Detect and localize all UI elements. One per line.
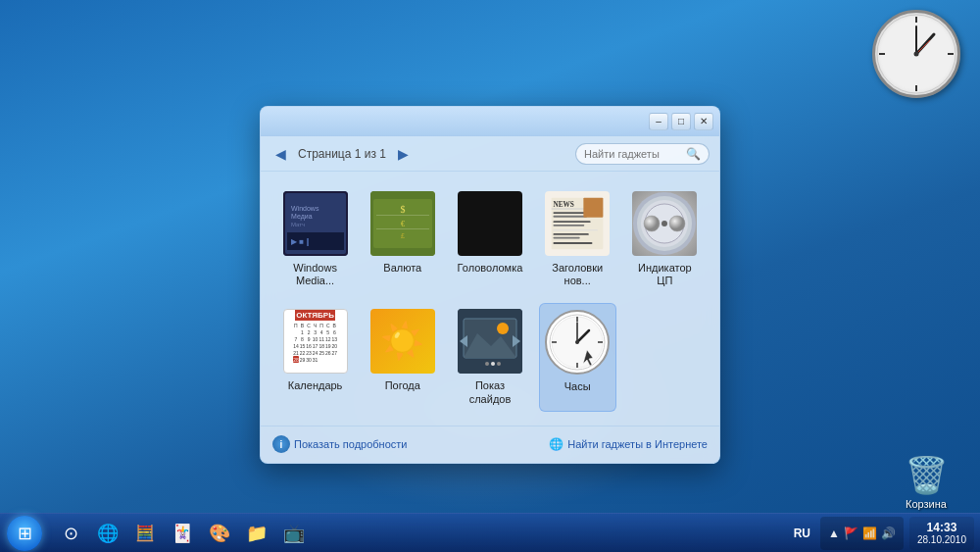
online-link-icon: 🌐 — [549, 437, 564, 451]
svg-point-8 — [914, 52, 919, 57]
gadget-label-cpu: Индикатор ЦП — [630, 262, 700, 287]
calendar-body: ПВС ЧПСВ 12 3456 789 10111213 141516 171… — [292, 321, 339, 373]
gadget-label-clock: Часы — [564, 380, 591, 393]
gadget-clock[interactable]: Часы — [539, 303, 616, 411]
taskbar-icon-1: 🌐 — [97, 523, 119, 544]
analog-clock-widget — [872, 10, 960, 98]
tray-volume-icon[interactable]: 🔊 — [881, 527, 896, 540]
taskbar-item-6[interactable]: 📺 — [276, 517, 312, 550]
svg-point-41 — [669, 216, 685, 231]
gadgets-grid: Windows Медиа Матч ▶ ■ ‖ Windows Media..… — [261, 172, 719, 426]
taskbar-item-4[interactable]: 🎨 — [202, 517, 237, 550]
taskbar-items: ⊙ 🌐 🧮 🃏 🎨 📁 📺 — [49, 514, 790, 552]
svg-rect-31 — [584, 198, 604, 218]
online-link[interactable]: 🌐 Найти гаджеты в Интернете — [549, 437, 708, 451]
svg-rect-32 — [554, 229, 598, 230]
search-box: 🔍 — [575, 143, 710, 165]
taskbar: ⊙ 🌐 🧮 🃏 🎨 📁 📺 RU ▲ 🚩 📶 🔊 14:33 — [0, 513, 980, 552]
gadget-thumb-weather: ☀️ — [370, 309, 435, 374]
show-details-button[interactable]: i Показать подробности — [272, 435, 407, 453]
svg-rect-34 — [554, 237, 580, 239]
svg-rect-29 — [554, 221, 591, 223]
svg-text:▶ ■ ‖: ▶ ■ ‖ — [291, 237, 310, 246]
gadget-thumb-headlines: NEWS — [545, 191, 610, 256]
minimize-button[interactable]: – — [649, 113, 668, 130]
taskbar-item-3[interactable]: 🃏 — [165, 517, 200, 550]
gadget-label-weather: Погода — [385, 379, 420, 392]
taskbar-icon-6: 📺 — [283, 523, 305, 544]
svg-text:Медиа: Медиа — [291, 213, 313, 221]
gadget-puzzle[interactable]: Головоломка — [451, 185, 528, 293]
gadget-thumb-media: Windows Медиа Матч ▶ ■ ‖ — [283, 191, 348, 256]
start-button[interactable] — [0, 514, 49, 553]
tray-network-icon[interactable]: 📶 — [862, 527, 877, 540]
window-controls: – □ ✕ — [649, 113, 713, 130]
search-input[interactable] — [584, 148, 682, 160]
taskbar-icon-5: 📁 — [246, 523, 268, 544]
search-icon[interactable]: 🔍 — [686, 147, 701, 161]
gadget-calendar[interactable]: ОКТЯБРЬ ПВС ЧПСВ 12 3456 789 10111213 14… — [276, 303, 354, 411]
clock-display[interactable]: 14:33 28.10.2010 — [909, 517, 974, 550]
svg-line-7 — [916, 40, 930, 54]
gadget-label-currency: Валюта — [383, 262, 421, 275]
taskbar-item-0[interactable]: ⊙ — [53, 517, 88, 550]
gadget-thumb-cpu — [632, 191, 697, 256]
gadget-weather[interactable]: ☀️ Погода — [364, 303, 441, 411]
maximize-button[interactable]: □ — [671, 113, 691, 130]
svg-point-47 — [497, 323, 509, 334]
svg-rect-28 — [554, 216, 588, 218]
taskbar-icon-0: ⊙ — [64, 523, 78, 544]
gadget-thumb-slideshow — [458, 309, 522, 374]
taskbar-icon-2: 🧮 — [135, 524, 155, 542]
nav-prev-button[interactable]: ◀ — [270, 144, 290, 164]
gadget-thumb-puzzle — [458, 191, 522, 256]
clock-face — [872, 10, 960, 98]
online-link-label: Найти гаджеты в Интернете — [567, 438, 708, 450]
svg-rect-21 — [376, 215, 429, 216]
taskbar-item-2[interactable]: 🧮 — [127, 517, 163, 550]
window-titlebar: – □ ✕ — [261, 107, 719, 136]
gadget-thumb-currency: $ € £ — [370, 191, 435, 256]
clock-date: 28.10.2010 — [917, 534, 966, 545]
recycle-bin-icon[interactable]: 🗑️ Корзина — [892, 451, 960, 514]
gadget-media[interactable]: Windows Медиа Матч ▶ ■ ‖ Windows Media..… — [276, 185, 354, 293]
nav-next-button[interactable]: ▶ — [394, 144, 414, 164]
gadget-label-calendar: Календарь — [288, 379, 343, 392]
gadget-thumb-clock — [545, 310, 610, 375]
taskbar-icon-3: 🃏 — [172, 523, 193, 544]
recycle-bin-image: 🗑️ — [905, 455, 949, 496]
window-footer: i Показать подробности 🌐 Найти гаджеты в… — [261, 426, 719, 463]
svg-rect-22 — [376, 228, 429, 229]
gadget-label-puzzle: Головоломка — [458, 262, 523, 275]
gadget-label-slideshow: Показ слайдов — [455, 379, 524, 405]
calendar-month: ОКТЯБРЬ — [295, 310, 335, 321]
svg-point-42 — [662, 221, 667, 226]
svg-point-62 — [575, 340, 579, 344]
language-indicator[interactable]: RU — [790, 527, 814, 540]
svg-text:Windows: Windows — [291, 205, 319, 212]
gadget-label-media: Windows Media... — [280, 262, 350, 287]
taskbar-item-1[interactable]: 🌐 — [90, 517, 125, 550]
svg-text:NEWS: NEWS — [554, 201, 574, 209]
gadget-headlines[interactable]: NEWS Заголовки нов... — [539, 185, 616, 293]
taskbar-icon-4: 🎨 — [209, 523, 230, 544]
gadget-cpu[interactable]: Индикатор ЦП — [626, 185, 704, 293]
tray-flag-icon[interactable]: 🚩 — [844, 527, 858, 540]
svg-point-51 — [491, 362, 495, 366]
clock-time: 14:33 — [927, 521, 957, 534]
svg-text:$: $ — [400, 204, 405, 215]
system-tray: ▲ 🚩 📶 🔊 — [820, 517, 904, 550]
svg-rect-30 — [554, 225, 585, 226]
show-details-label: Показать подробности — [294, 438, 407, 450]
details-icon: i — [272, 435, 290, 453]
gadget-slideshow[interactable]: Показ слайдов — [451, 303, 528, 411]
close-button[interactable]: ✕ — [694, 113, 713, 130]
gadget-currency[interactable]: $ € £ Валюта — [364, 185, 441, 293]
start-orb — [7, 516, 42, 551]
svg-rect-35 — [554, 242, 593, 244]
gadget-thumb-calendar: ОКТЯБРЬ ПВС ЧПСВ 12 3456 789 10111213 14… — [283, 309, 348, 374]
tray-arrow-icon[interactable]: ▲ — [828, 527, 840, 540]
taskbar-item-5[interactable]: 📁 — [239, 517, 274, 550]
svg-point-40 — [644, 216, 660, 231]
svg-text:£: £ — [401, 232, 405, 239]
